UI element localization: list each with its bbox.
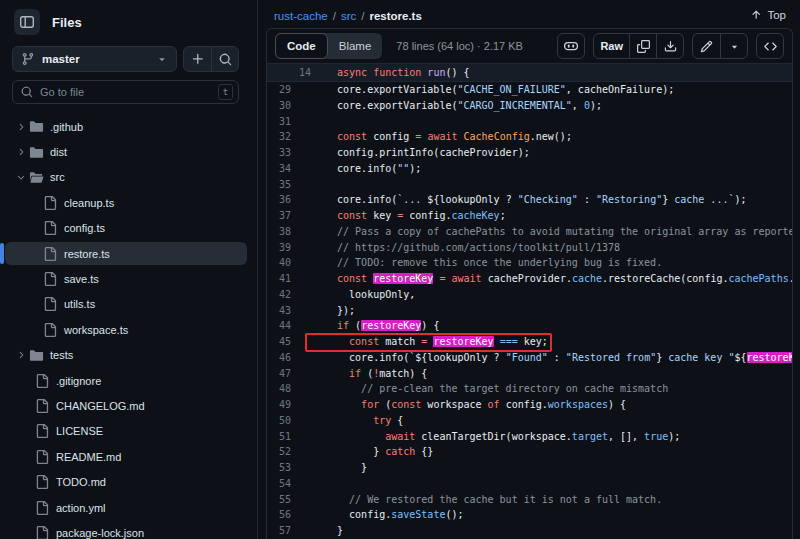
sidebar-header: Files	[0, 0, 257, 41]
code-line-text: if (!match) {	[325, 366, 427, 382]
breadcrumb-link-src[interactable]: src	[341, 10, 356, 22]
line-number[interactable]: 36	[267, 192, 291, 208]
tree-item-workspace-ts[interactable]: workspace.ts	[0, 317, 257, 342]
line-number[interactable]: 45	[267, 334, 291, 350]
tree-item-label: save.ts	[64, 273, 99, 285]
line-number[interactable]: 53	[267, 460, 291, 476]
code-line-text: core.info(`${lookupOnly ? "Found" : "Res…	[325, 350, 793, 366]
tree-item-package-lock-json[interactable]: package-lock.json	[0, 520, 257, 539]
line-number[interactable]: 37	[267, 208, 291, 224]
line-number[interactable]: 14	[267, 67, 311, 78]
go-to-file-placeholder: Go to file	[40, 86, 211, 98]
search-icon	[219, 53, 232, 66]
file-toolbar: CodeBlame 78 lines (64 loc) · 2.17 KB Ra…	[267, 29, 792, 63]
line-number[interactable]: 44	[267, 318, 291, 334]
tree-item-tests[interactable]: tests	[0, 343, 257, 368]
code-line: 46 core.info(`${lookupOnly ? "Found" : "…	[267, 350, 792, 366]
back-to-top-link[interactable]: Top	[750, 9, 786, 21]
tab-blame[interactable]: Blame	[328, 33, 383, 59]
search-match-highlight: restoreKey	[433, 336, 493, 347]
line-number[interactable]: 46	[267, 350, 291, 366]
sidebar-title: Files	[52, 15, 82, 30]
tree-item-cleanup-ts[interactable]: cleanup.ts	[0, 190, 257, 215]
line-number[interactable]: 47	[267, 366, 291, 382]
file-icon	[34, 500, 50, 516]
line-number[interactable]: 41	[267, 271, 291, 287]
branch-selector[interactable]: master	[12, 46, 177, 72]
raw-button[interactable]: Raw	[594, 34, 629, 58]
collapse-sidebar-button[interactable]	[14, 9, 40, 35]
line-number[interactable]: 40	[267, 255, 291, 271]
line-number[interactable]: 52	[267, 444, 291, 460]
tree-item-config-ts[interactable]: config.ts	[0, 216, 257, 241]
code-line-text: core.exportVariable("CARGO_INCREMENTAL",…	[325, 98, 602, 114]
tree-item-todo-md[interactable]: TODO.md	[0, 469, 257, 494]
code-icon	[764, 40, 777, 53]
tree-item-license[interactable]: LICENSE	[0, 419, 257, 444]
copilot-button[interactable]	[557, 33, 585, 59]
tree-item--gitignore[interactable]: .gitignore	[0, 368, 257, 393]
line-number[interactable]: 33	[267, 145, 291, 161]
line-number[interactable]: 56	[267, 507, 291, 523]
line-number[interactable]: 30	[267, 98, 291, 114]
line-number[interactable]: 51	[267, 429, 291, 445]
code-line-text: } catch {}	[325, 444, 433, 460]
code-line: 33 config.printInfo(cacheProvider);	[267, 145, 792, 161]
tree-item-label: README.md	[56, 451, 121, 463]
tab-code[interactable]: Code	[275, 33, 328, 59]
code-view: 14 async function run() { 29 core.export…	[267, 63, 792, 539]
tree-item-utils-ts[interactable]: utils.ts	[0, 292, 257, 317]
tree-item-changelog-md[interactable]: CHANGELOG.md	[0, 393, 257, 418]
line-number[interactable]: 34	[267, 161, 291, 177]
goto-kbd-hint: t	[218, 84, 233, 100]
line-number[interactable]: 48	[267, 381, 291, 397]
code-line-text: try {	[325, 413, 403, 429]
add-file-button[interactable]	[184, 47, 211, 71]
tree-item--github[interactable]: .github	[0, 114, 257, 139]
line-number[interactable]: 31	[267, 114, 291, 130]
line-number[interactable]: 42	[267, 287, 291, 303]
line-number[interactable]: 55	[267, 492, 291, 508]
download-icon	[664, 40, 677, 53]
tree-item-action-yml[interactable]: action.yml	[0, 495, 257, 520]
code-line: 51 await cleanTargetDir(workspace.target…	[267, 429, 792, 445]
tree-item-dist[interactable]: dist	[0, 139, 257, 164]
tree-item-src[interactable]: src	[0, 165, 257, 190]
tree-item-readme-md[interactable]: README.md	[0, 444, 257, 469]
plus-icon	[191, 52, 205, 66]
line-number[interactable]: 54	[267, 476, 291, 492]
line-number[interactable]: 43	[267, 303, 291, 319]
code-line-text: // TODO: remove this once the underlying…	[325, 255, 662, 271]
search-tree-button[interactable]	[211, 47, 238, 71]
breadcrumb-link-rust-cache[interactable]: rust-cache	[274, 10, 328, 22]
edit-button[interactable]	[693, 34, 720, 58]
file-tree: .githubdistsrccleanup.tsconfig.tsrestore…	[0, 108, 257, 539]
raw-actions-group: Raw	[593, 33, 684, 59]
tree-item-label: workspace.ts	[64, 324, 128, 336]
line-number[interactable]: 49	[267, 397, 291, 413]
symbols-panel-button[interactable]	[756, 33, 784, 59]
line-number[interactable]: 57	[267, 523, 291, 539]
go-to-file-input[interactable]: Go to file t	[12, 80, 239, 104]
edit-dropdown-button[interactable]	[720, 34, 747, 58]
chevron-right-icon	[14, 350, 28, 360]
code-line: 53 }	[267, 460, 792, 476]
copy-button[interactable]	[629, 34, 656, 58]
chevron-down-icon	[729, 41, 740, 52]
folder-icon	[28, 144, 44, 160]
line-number[interactable]: 39	[267, 240, 291, 256]
line-number[interactable]: 29	[267, 82, 291, 98]
tree-item-label: LICENSE	[56, 425, 103, 437]
line-number[interactable]: 32	[267, 129, 291, 145]
line-number[interactable]: 38	[267, 224, 291, 240]
tree-item-save-ts[interactable]: save.ts	[0, 266, 257, 291]
file-icon	[34, 474, 50, 490]
arrow-up-icon	[750, 9, 762, 21]
code-line: 52 } catch {}	[267, 444, 792, 460]
tree-item-restore-ts[interactable]: restore.ts	[0, 241, 257, 266]
line-number[interactable]: 50	[267, 413, 291, 429]
line-number[interactable]: 35	[267, 177, 291, 193]
search-icon	[21, 86, 33, 98]
chevron-right-icon	[14, 147, 28, 157]
download-button[interactable]	[656, 34, 683, 58]
